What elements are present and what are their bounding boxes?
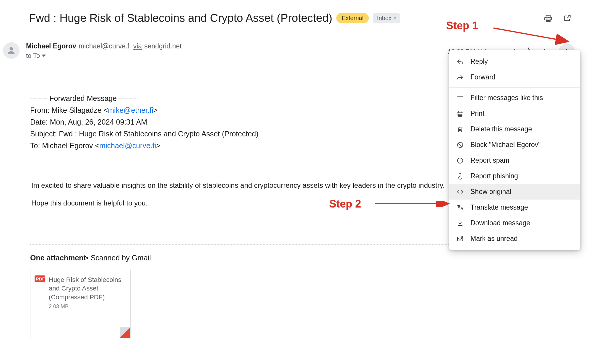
avatar bbox=[3, 42, 20, 59]
menu-print[interactable]: Print bbox=[449, 106, 580, 121]
svg-point-0 bbox=[9, 47, 13, 50]
menu-block[interactable]: Block "Michael Egorov" bbox=[449, 137, 580, 153]
remove-label-icon[interactable]: × bbox=[393, 15, 397, 21]
sender-line[interactable]: Michael Egorov michael@curve.fi via send… bbox=[26, 42, 448, 50]
attachment-size: 2.03 MB bbox=[49, 303, 126, 310]
menu-unread[interactable]: Mark as unread bbox=[449, 231, 580, 247]
divider bbox=[30, 244, 491, 245]
attachment-card[interactable]: PDF Huge Risk of Stablecoins and Crypto … bbox=[30, 270, 131, 338]
email-subject: Fwd : Huge Risk of Stablecoins and Crypt… bbox=[29, 12, 332, 25]
menu-show-original[interactable]: Show original bbox=[449, 184, 580, 200]
annotation-step1: Step 1 bbox=[446, 19, 478, 32]
to-line-text: to To bbox=[26, 52, 40, 60]
translate-icon bbox=[456, 204, 464, 211]
subject-row: Fwd : Huge Risk of Stablecoins and Crypt… bbox=[29, 12, 579, 25]
annotation-step2: Step 2 bbox=[329, 198, 361, 210]
via-domain: sendgrid.net bbox=[144, 42, 182, 50]
via-label: via bbox=[133, 42, 142, 50]
menu-phishing[interactable]: Report phishing bbox=[449, 168, 580, 184]
sender-email: michael@curve.fi bbox=[79, 42, 131, 50]
attachment-header: One attachment• Scanned by Gmail bbox=[30, 254, 579, 262]
trash-icon bbox=[456, 125, 464, 133]
print-icon bbox=[456, 110, 464, 117]
menu-filter[interactable]: Filter messages like this bbox=[449, 90, 580, 106]
filter-icon bbox=[456, 94, 464, 102]
menu-separator bbox=[449, 87, 580, 88]
attachment-fold-icon bbox=[120, 327, 130, 338]
download-icon bbox=[456, 219, 464, 227]
more-menu: Reply Forward Filter messages like this … bbox=[449, 50, 580, 250]
unread-icon bbox=[456, 235, 464, 243]
sender-name: Michael Egorov bbox=[26, 42, 76, 50]
spam-icon bbox=[456, 157, 464, 164]
annotation-arrow-1 bbox=[493, 24, 573, 47]
open-new-window-icon[interactable] bbox=[563, 14, 571, 23]
menu-spam[interactable]: Report spam bbox=[449, 153, 580, 168]
from-email-link[interactable]: mike@ether.fi bbox=[108, 106, 153, 114]
svg-line-9 bbox=[493, 28, 567, 41]
svg-point-8 bbox=[461, 236, 463, 238]
annotation-arrow-2 bbox=[375, 201, 452, 207]
inbox-label-text: Inbox bbox=[377, 15, 392, 22]
print-icon[interactable] bbox=[544, 14, 553, 23]
menu-download[interactable]: Download message bbox=[449, 215, 580, 231]
to-recipients-toggle[interactable]: to To bbox=[26, 52, 46, 60]
svg-point-6 bbox=[460, 173, 461, 174]
block-icon bbox=[456, 141, 464, 149]
code-icon bbox=[456, 188, 464, 196]
menu-translate[interactable]: Translate message bbox=[449, 200, 580, 215]
reply-icon bbox=[456, 58, 464, 66]
to-email-link[interactable]: michael@curve.fi bbox=[99, 141, 156, 150]
pdf-icon: PDF bbox=[35, 275, 45, 282]
external-badge: External bbox=[336, 13, 368, 23]
inbox-label[interactable]: Inbox × bbox=[373, 13, 400, 23]
forward-icon bbox=[456, 74, 464, 81]
menu-forward[interactable]: Forward bbox=[449, 69, 580, 85]
chevron-down-icon bbox=[42, 54, 46, 58]
menu-delete[interactable]: Delete this message bbox=[449, 121, 580, 137]
phishing-icon bbox=[456, 172, 464, 180]
attachment-name: Huge Risk of Stablecoins and Crypto Asse… bbox=[49, 275, 126, 302]
menu-reply[interactable]: Reply bbox=[449, 54, 580, 69]
